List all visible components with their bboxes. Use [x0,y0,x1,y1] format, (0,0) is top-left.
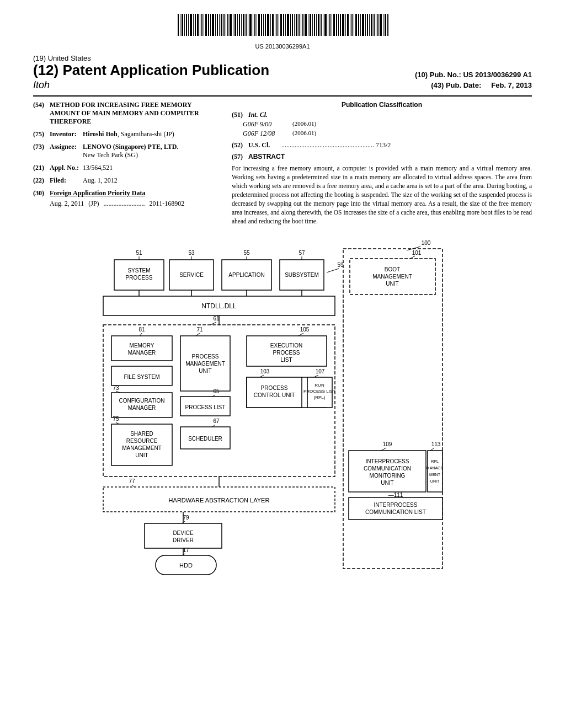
num-113: 113 [431,441,441,447]
field-num-75: (75) [33,130,50,138]
field-num-21: (21) [33,164,50,172]
svg-rect-52 [292,14,293,36]
svg-rect-54 [296,14,297,36]
svg-text:INTERPROCESS: INTERPROCESS [374,502,418,508]
field-label-21: Appl. No.: [50,164,83,172]
svg-text:MANAGE: MANAGE [427,466,444,470]
svg-rect-16 [212,14,214,36]
left-column: (54) METHOD FOR INCREASING FREE MEMORY A… [33,101,221,226]
svg-rect-42 [270,14,271,36]
svg-rect-30 [243,14,244,36]
svg-rect-47 [280,14,282,36]
svg-text:RESOURCE: RESOURCE [126,438,158,444]
svg-text:LIST: LIST [280,357,292,363]
foreign-app-label: Foreign Application Priority Data [50,189,221,197]
pub-num-value: US 2013/0036299 A1 [463,71,532,79]
main-divider [33,95,532,97]
svg-text:MANAGEMENT: MANAGEMENT [122,445,162,451]
svg-rect-71 [333,14,335,36]
svg-rect-35 [254,14,255,36]
field-content-75: Hiroshi Itoh, Sagamihara-shi (JP) [83,130,221,138]
svg-rect-78 [350,14,350,36]
svg-text:MENT: MENT [429,473,441,477]
svg-rect-17 [215,14,216,36]
patent-page: US 20130036299A1 (19) United States (12)… [0,0,565,728]
num-79: 79 [183,515,189,521]
svg-rect-25 [233,14,233,36]
svg-text:RPL: RPL [431,459,439,463]
svg-text:SERVICE: SERVICE [179,272,204,278]
pub-class-title: Publication Classification [232,101,532,109]
svg-text:MANAGER: MANAGER [128,405,156,411]
svg-rect-173 [428,451,443,492]
svg-text:UNIT: UNIT [430,479,440,483]
num-57: 57 [299,250,305,256]
field-num-73: (73) [33,143,50,159]
svg-text:PROCESS: PROCESS [261,385,288,391]
header-inventor: Itoh [33,79,282,91]
patent-app-title: (12) Patent Application Publication [33,62,282,78]
svg-text:SHARED: SHARED [130,431,153,437]
svg-rect-59 [308,14,308,36]
foreign-country: (JP) [88,200,99,208]
svg-text:SCHEDULER: SCHEDULER [188,436,222,442]
header-right: (10) Pub. No.: US 2013/0036299 A1 (43) P… [282,54,532,91]
pub-date-prefix: (43) Pub. Date: [431,81,481,89]
svg-text:(RPL): (RPL) [314,395,326,400]
num-67: 67 [213,418,220,424]
svg-text:DEVICE: DEVICE [173,530,194,536]
svg-rect-13 [205,14,207,36]
diagram-area: .box { fill: white; stroke: black; strok… [33,237,532,579]
svg-rect-1 [180,14,180,36]
svg-rect-15 [210,14,211,36]
pub-number-top: US 20130036299A1 [33,43,532,50]
svg-text:PROCESS: PROCESS [273,350,300,356]
field-21: (21) Appl. No.: 13/564,521 [33,164,221,172]
pub-num-prefix: (10) Pub. No.: [415,71,461,79]
svg-rect-67 [324,14,327,36]
field-num-51: (51) [232,111,248,119]
svg-rect-4 [186,14,187,36]
svg-text:PROCESS: PROCESS [192,354,219,360]
us-cl-value: 713/2 [376,141,391,149]
svg-rect-46 [279,14,279,36]
svg-rect-82 [358,14,359,36]
country-label: (19) United States [33,54,282,62]
svg-text:UNIT: UNIT [135,452,148,458]
svg-text:PROCESS: PROCESS [126,275,153,281]
field-num-52: (52) [232,141,248,149]
svg-text:INTERPROCESS: INTERPROCESS [366,458,409,464]
svg-rect-14 [208,14,209,36]
svg-text:FILE SYSTEM: FILE SYSTEM [124,374,159,380]
svg-rect-3 [184,14,185,36]
svg-rect-75 [342,14,344,36]
svg-rect-76 [345,14,346,36]
num-65: 65 [213,388,220,394]
svg-rect-56 [301,14,301,36]
foreign-date: Aug. 2, 2011 [50,200,84,208]
svg-text:SYSTEM: SYSTEM [127,267,150,274]
svg-rect-49 [285,14,286,36]
svg-rect-80 [354,14,354,36]
header-left: (19) United States (12) Patent Applicati… [33,54,282,91]
svg-rect-19 [219,14,220,36]
header-section: (19) United States (12) Patent Applicati… [33,54,532,91]
svg-rect-6 [190,14,192,36]
field-label-73: Assignee: [50,143,83,159]
field-num-22: (22) [33,176,50,185]
svg-rect-72 [336,14,337,36]
svg-rect-91 [377,14,379,36]
svg-rect-41 [267,14,269,36]
svg-rect-31 [246,14,247,36]
field-label-75: Inventor: [50,130,83,138]
svg-rect-89 [374,14,375,36]
num-59: 59 [337,262,344,268]
foreign-app-row: Aug. 2, 2011 (JP) ......................… [50,200,221,208]
svg-rect-87 [369,14,370,36]
svg-rect-43 [272,14,274,36]
svg-text:UNIT: UNIT [381,480,393,486]
svg-rect-28 [239,14,240,36]
inventor-loc: , Sagamihara-shi (JP) [118,130,174,138]
svg-rect-27 [237,14,238,36]
svg-rect-32 [248,14,248,36]
